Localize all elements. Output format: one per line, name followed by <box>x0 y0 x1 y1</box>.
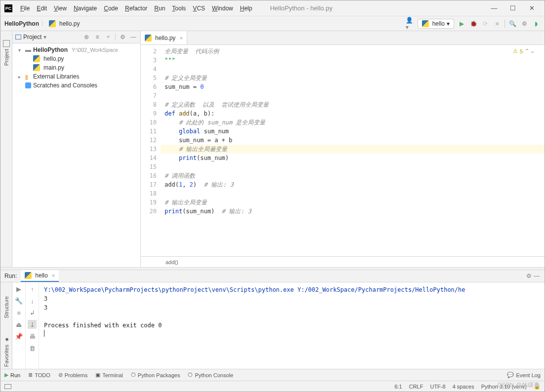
chevron-down-icon[interactable]: ▾ <box>18 47 23 53</box>
python-file-icon <box>49 20 56 27</box>
project-panel-title[interactable]: Project ▾ <box>15 34 46 40</box>
bottom-tab-todo[interactable]: ≣TODO <box>28 372 50 378</box>
editor-breadcrumb: add() <box>141 256 545 267</box>
close-run-tab-icon[interactable]: × <box>52 273 55 278</box>
scroll-end-icon[interactable]: ⤓ <box>28 320 37 329</box>
python-file-icon <box>33 55 40 62</box>
breadcrumb-file[interactable]: hello.py <box>59 20 80 27</box>
wrench-icon[interactable]: 🔧 <box>14 296 23 305</box>
caret-position[interactable]: 6:1 <box>394 384 402 390</box>
bottom-tab-terminal[interactable]: ▣Terminal <box>95 372 123 378</box>
chevron-right-icon[interactable]: ▸ <box>18 74 23 79</box>
run-tab[interactable]: hello × <box>21 270 59 282</box>
tree-file[interactable]: hello.py <box>12 54 140 63</box>
search-icon[interactable]: 🔍 <box>508 19 517 28</box>
menu-edit[interactable]: Edit <box>34 3 50 14</box>
menu-code[interactable]: Code <box>101 3 121 14</box>
folder-icon: ▬ <box>25 46 31 53</box>
up-icon[interactable]: ↑ <box>28 284 37 293</box>
coverage-button[interactable]: ⟳ <box>481 19 490 28</box>
titlebar: PC FileEditViewNavigateCodeRefactorRunTo… <box>0 0 545 16</box>
tree-root[interactable]: ▾ ▬ HelloPython Y:\002_WorkSpace <box>12 45 140 54</box>
run-button[interactable]: ▶ <box>457 19 466 28</box>
project-tree[interactable]: ▾ ▬ HelloPython Y:\002_WorkSpace hello.p… <box>12 43 140 267</box>
bottom-tab-console[interactable]: ⎔Python Console <box>188 372 233 378</box>
pin-icon[interactable]: 📌 <box>14 332 23 341</box>
sidebar-tab-project[interactable]: Project <box>2 36 11 70</box>
library-icon <box>25 74 31 79</box>
left-gutter: Project <box>0 31 12 267</box>
debug-button[interactable]: 🐞 <box>469 19 478 28</box>
menu-file[interactable]: File <box>17 3 33 14</box>
editor: hello.py × 23456789101112131415161718192… <box>141 31 545 267</box>
next-warning-icon[interactable]: ⌄ <box>530 48 535 54</box>
tree-external-libs[interactable]: ▸ External Libraries <box>12 72 140 81</box>
run-tool-window: Run: hello × ⚙ — Structure Favorites ★ ▶… <box>0 270 545 369</box>
prev-warning-icon[interactable]: ⌃ <box>525 48 529 54</box>
console-output[interactable]: Y:\002_WorkSpace\PycharmProjects\pythonP… <box>39 282 545 371</box>
indent-setting[interactable]: 4 spaces <box>453 384 474 390</box>
python-icon <box>25 272 32 279</box>
tree-scratches[interactable]: ▸ Scratches and Consoles <box>12 81 140 90</box>
hide-panel-icon[interactable]: — <box>129 33 137 41</box>
breadcrumb[interactable]: HelloPython 〉 hello.py <box>4 19 80 28</box>
editor-tab-hello[interactable]: hello.py × <box>141 31 187 44</box>
breadcrumb-project[interactable]: HelloPython <box>4 20 39 27</box>
expand-all-icon[interactable]: ≡ <box>93 33 101 41</box>
bottom-tab-eventlog[interactable]: 💬Event Log <box>507 372 541 378</box>
python-file-icon <box>145 35 152 41</box>
exit-icon[interactable]: ⏏ <box>14 320 23 329</box>
user-icon[interactable]: 👤▾ <box>406 19 415 28</box>
run-settings-icon[interactable]: ⚙ <box>525 272 533 280</box>
rerun-icon[interactable]: ▶ <box>14 284 23 293</box>
stop-run-icon[interactable]: ■ <box>14 308 23 317</box>
file-encoding[interactable]: UTF-8 <box>430 384 445 390</box>
chevron-down-icon: ▾ <box>447 20 450 27</box>
line-separator[interactable]: CRLF <box>409 384 423 390</box>
bottom-tab-packages[interactable]: ⎔Python Packages <box>131 372 180 378</box>
code-area[interactable]: 全局变量 代码示例""" # 定义全局变量sum_num = 0 # 定义函数 … <box>161 45 545 256</box>
menu-tools[interactable]: Tools <box>169 3 189 14</box>
tree-file[interactable]: main.py <box>12 63 140 72</box>
warning-icon: ⚠ <box>513 48 518 54</box>
minimize-button[interactable]: — <box>485 2 503 14</box>
sidebar-tab-structure[interactable]: Structure <box>2 292 10 322</box>
inspection-badge[interactable]: ⚠ 5 ⌃⌄ <box>513 48 535 54</box>
bottom-tab-run[interactable]: ▶Run <box>4 372 20 378</box>
line-gutter: 234567891011121314151617181920 <box>141 45 161 256</box>
panel-settings-icon[interactable]: ⚙ <box>119 33 126 41</box>
clear-icon[interactable]: 🗑 <box>28 344 37 353</box>
select-opened-file-icon[interactable]: ⊕ <box>83 33 90 41</box>
watermark: CSDN @韩曙亮 <box>497 381 540 390</box>
collapse-all-icon[interactable]: ÷ <box>104 33 112 41</box>
python-icon <box>422 20 429 27</box>
navigation-bar: HelloPython 〉 hello.py 👤▾ hello ▾ ▶ 🐞 ⟳ … <box>0 16 545 31</box>
menu-navigate[interactable]: Navigate <box>71 3 100 14</box>
bottom-tool-tabs: ▶Run ≣TODO ⊘Problems ▣Terminal ⎔Python P… <box>0 369 545 381</box>
menu-refactor[interactable]: Refactor <box>122 3 150 14</box>
print-icon[interactable]: 🖶 <box>28 332 37 341</box>
menu-vcs[interactable]: VCS <box>190 3 208 14</box>
python-file-icon <box>33 64 40 71</box>
down-icon[interactable]: ↓ <box>28 296 37 305</box>
tool-window-toggle-icon[interactable] <box>4 384 11 389</box>
bottom-tab-problems[interactable]: ⊘Problems <box>58 372 87 378</box>
stop-button[interactable]: ■ <box>493 19 502 28</box>
menu-window[interactable]: Window <box>209 3 236 14</box>
main-menu: FileEditViewNavigateCodeRefactorRunTools… <box>17 3 255 14</box>
maximize-button[interactable]: ☐ <box>504 2 522 14</box>
menu-help[interactable]: Help <box>237 3 255 14</box>
menu-run[interactable]: Run <box>151 3 168 14</box>
soft-wrap-icon[interactable]: ↲ <box>28 308 37 317</box>
settings-icon[interactable]: ⚙ <box>520 19 529 28</box>
menu-view[interactable]: View <box>51 3 70 14</box>
window-title: HelloPython - hello.py <box>270 4 332 12</box>
sidebar-tab-favorites[interactable]: Favorites ★ <box>2 332 10 371</box>
scratches-icon <box>25 82 31 88</box>
run-config-selector[interactable]: hello ▾ <box>418 19 454 29</box>
app-icon: PC <box>4 4 12 12</box>
toolbox-icon[interactable]: ◗ <box>532 19 541 28</box>
close-tab-icon[interactable]: × <box>179 35 182 41</box>
close-button[interactable]: ✕ <box>523 2 541 14</box>
hide-run-icon[interactable]: — <box>533 272 541 280</box>
